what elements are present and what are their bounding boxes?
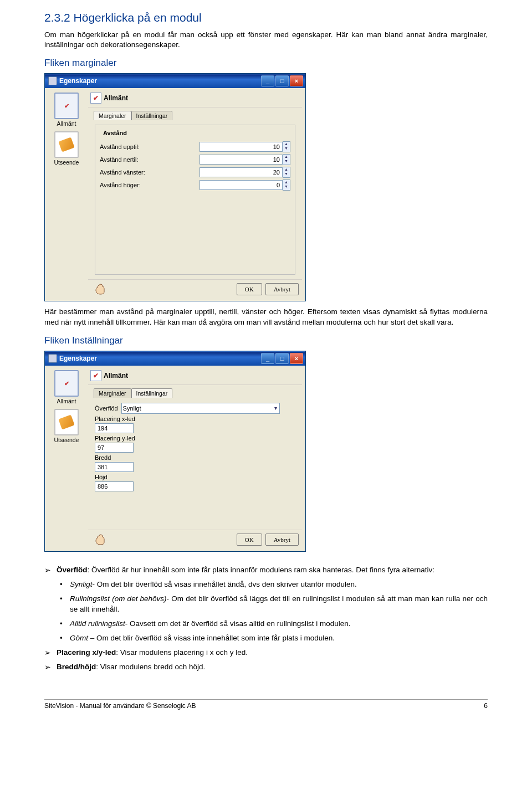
text: – Om det blir överflöd så visas inte inn… [88, 634, 335, 642]
text: : Visar modulens placering i x och y led… [116, 648, 248, 657]
text: : Överflöd är hur innehåll som inte får … [88, 566, 435, 574]
bullet-placering: Placering x/y-led: Visar modulens placer… [44, 648, 488, 658]
app-icon [48, 354, 57, 363]
minimize-button[interactable]: _ [261, 353, 274, 364]
field-label: Placering x-led [95, 416, 295, 422]
bullet-bredd-hojd: Bredd/höjd: Visar modulens bredd och höj… [44, 662, 488, 672]
maximize-button[interactable]: □ [275, 353, 289, 364]
sidebar-item-label: Allmänt [47, 398, 86, 404]
close-button[interactable]: × [290, 353, 303, 364]
page-number: 6 [484, 702, 488, 710]
sidebar-item-allmant[interactable]: ✔ Allmänt [47, 370, 86, 404]
tab-installningar[interactable]: Inställningar [131, 111, 173, 120]
text: - Oavsett om det är överflöd så visas al… [125, 619, 351, 628]
tab-marginaler[interactable]: Marginaler [94, 388, 131, 398]
term: Överflöd [57, 566, 88, 574]
overflow-value: Synligt [123, 405, 141, 412]
term: Bredd/höjd [57, 663, 96, 671]
section-heading: 2.3.2 Högerklicka på en modul [44, 11, 488, 24]
subheading-marginaler: Fliken marginaler [44, 58, 488, 69]
width-input[interactable] [95, 462, 134, 472]
field-label: Avstånd nertil: [100, 156, 139, 163]
category-sidebar: ✔ Allmänt Utseende [45, 88, 88, 301]
brush-icon [58, 137, 74, 152]
overflow-select[interactable]: Synligt ▾ [121, 403, 280, 414]
spinner[interactable]: ▲▼ [283, 141, 290, 152]
ok-button[interactable]: OK [237, 283, 262, 295]
sidebar-item-utseende[interactable]: Utseende [47, 131, 86, 166]
sidebar-item-label: Utseende [47, 159, 86, 166]
check-icon: ✔ [64, 102, 69, 109]
sidebar-item-utseende[interactable]: Utseende [47, 409, 86, 443]
window-title: Egenskaper [59, 355, 97, 362]
subbullet-gomt: Gömt – Om det blir överflöd så visas int… [60, 633, 488, 643]
hand-icon [94, 534, 107, 546]
cancel-button[interactable]: Avbryt [265, 534, 299, 546]
ok-button[interactable]: OK [237, 534, 262, 546]
term: Synligt [70, 580, 93, 588]
group-avstand: Avstånd Avstånd upptil: ▲▼ Avstånd nerti… [95, 125, 295, 275]
footer-text: SiteVision - Manual för användare © Sens… [44, 702, 196, 710]
height-input[interactable] [95, 481, 134, 491]
spinner[interactable]: ▲▼ [283, 167, 290, 178]
tab-marginaler[interactable]: Marginaler [94, 111, 131, 120]
panel-title: Allmänt [104, 94, 128, 102]
check-icon: ✔ [90, 93, 101, 104]
properties-dialog-marginaler: Egenskaper _ □ × ✔ Allmänt Utseende [44, 73, 306, 301]
group-title: Avstånd [101, 130, 129, 136]
spinner[interactable]: ▲▼ [283, 180, 290, 191]
hand-icon [94, 283, 107, 295]
tab-installningar[interactable]: Inställningar [131, 388, 173, 398]
subheading-installningar: Fliken Inställningar [44, 335, 488, 346]
brush-icon [58, 414, 74, 429]
cancel-button[interactable]: Avbryt [265, 283, 299, 295]
desc-marginaler: Här bestämmer man avstånd på marginaler … [44, 307, 488, 327]
term: Placering x/y-led [57, 648, 116, 657]
margin-bottom-input[interactable] [200, 155, 283, 165]
term: Rullningslist (om det behövs) [70, 594, 167, 603]
field-label: Avstånd vänster: [100, 169, 145, 176]
field-label: Avstånd höger: [100, 182, 141, 188]
title-bar: Egenskaper _ □ × [45, 74, 305, 88]
field-label: Placering y-led [95, 435, 295, 442]
sidebar-item-allmant[interactable]: ✔ Allmänt [47, 93, 86, 127]
overflow-label: Överflöd [95, 405, 118, 412]
term: Gömt [70, 634, 88, 642]
text: : Visar modulens bredd och höjd. [96, 663, 205, 671]
close-button[interactable]: × [290, 75, 303, 86]
term: Alltid rullningslist [70, 619, 125, 628]
title-bar: Egenskaper _ □ × [45, 351, 305, 366]
sidebar-item-label: Allmänt [47, 120, 86, 127]
intro-paragraph: Om man högerklickar på en modul får man … [44, 30, 488, 50]
chevron-down-icon: ▾ [274, 405, 278, 411]
maximize-button[interactable]: □ [275, 75, 289, 86]
field-label: Bredd [95, 454, 295, 461]
field-label: Höjd [95, 474, 295, 480]
subbullet-rullningslist: Rullningslist (om det behövs)- Om det bl… [60, 594, 488, 614]
check-icon: ✔ [90, 370, 101, 381]
pos-x-input[interactable] [95, 423, 134, 433]
bullet-overflow: Överflöd: Överflöd är hur innehåll som i… [44, 565, 488, 643]
field-label: Avstånd upptil: [100, 143, 140, 150]
app-icon [48, 76, 57, 85]
sidebar-item-label: Utseende [47, 437, 86, 443]
panel-title: Allmänt [104, 372, 128, 380]
check-icon: ✔ [64, 380, 69, 387]
subbullet-alltid: Alltid rullningslist- Oavsett om det är … [60, 619, 488, 629]
margin-right-input[interactable] [200, 180, 283, 190]
category-sidebar: ✔ Allmänt Utseende [45, 366, 88, 551]
spinner[interactable]: ▲▼ [283, 154, 290, 165]
subbullet-synligt: Synligt- Om det blir överflöd så visas i… [60, 580, 488, 589]
margin-left-input[interactable] [200, 167, 283, 177]
properties-dialog-installningar: Egenskaper _ □ × ✔ Allmänt Utseende [44, 351, 306, 552]
window-title: Egenskaper [59, 77, 97, 85]
pos-y-input[interactable] [95, 443, 134, 453]
margin-top-input[interactable] [200, 142, 283, 152]
minimize-button[interactable]: _ [261, 75, 274, 86]
text: - Om det blir överflöd så visas innehåll… [93, 580, 357, 588]
